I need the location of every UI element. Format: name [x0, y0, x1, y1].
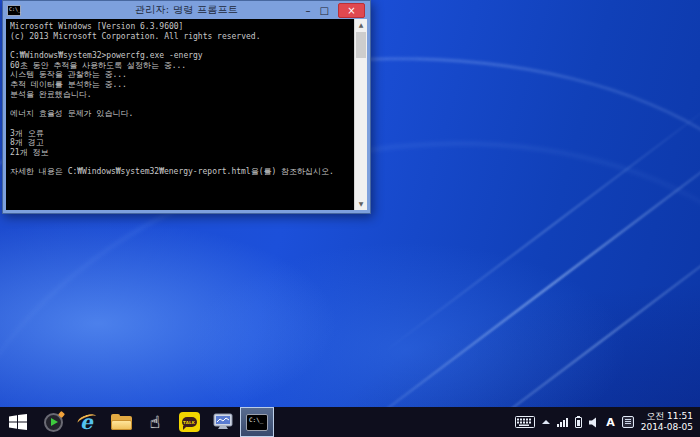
- kakaotalk-icon: TALK: [179, 412, 200, 432]
- file-explorer-icon: [111, 414, 132, 430]
- console-line: [10, 100, 351, 110]
- taskbar-item-system-monitor[interactable]: [206, 407, 240, 437]
- kakaotalk-label: TALK: [183, 420, 195, 425]
- console-line: [10, 119, 351, 129]
- cmd-titlebar[interactable]: 관리자: 명령 프롬프트 C:\_ – □ ×: [3, 1, 370, 19]
- touch-keyboard-button[interactable]: [515, 416, 535, 428]
- taskbar-item-kakaotalk[interactable]: TALK: [172, 407, 206, 437]
- network-signal-icon: [557, 418, 568, 427]
- scrollbar-thumb[interactable]: [356, 32, 366, 58]
- taskbar-item-internet-explorer[interactable]: e: [70, 407, 104, 437]
- scroll-up-icon[interactable]: ▲: [355, 19, 367, 31]
- wallpaper-streak: [382, 99, 700, 353]
- show-hidden-icons-button[interactable]: [542, 420, 550, 424]
- console-line: [10, 158, 351, 168]
- internet-explorer-icon: e: [76, 411, 98, 433]
- clock-time: 오전 11:51: [641, 411, 693, 422]
- ime-options-button[interactable]: [622, 416, 634, 428]
- ime-options-icon: [622, 416, 634, 428]
- battery-status[interactable]: [575, 417, 582, 428]
- console-line: 8개 경고: [10, 138, 351, 148]
- clock-date: 2014-08-05: [641, 422, 693, 433]
- wallpaper-streak: [408, 196, 700, 437]
- windows-logo-icon: [9, 414, 27, 430]
- system-monitor-icon: [213, 413, 233, 431]
- ime-language-indicator[interactable]: A: [606, 416, 615, 429]
- keyboard-icon: [515, 416, 535, 428]
- cmd-window-icon: C:\_: [7, 5, 21, 16]
- command-prompt-icon: C:\_: [246, 414, 268, 431]
- console-line: 추적 데이터를 분석하는 중...: [10, 80, 351, 90]
- scroll-down-icon[interactable]: ▼: [355, 198, 367, 210]
- system-tray: A 오전 11:51 2014-08-05: [515, 411, 700, 433]
- wallpaper-streak: [342, 129, 700, 437]
- hand-cursor-icon: ☝: [150, 414, 160, 431]
- start-button[interactable]: [0, 407, 36, 437]
- console-line: [10, 177, 351, 187]
- console-line: 분석을 완료했습니다.: [10, 90, 351, 100]
- console-prompt-line: C:₩Windows₩system32>_: [10, 187, 351, 210]
- console-output: Microsoft Windows [Version 6.3.9600](c) …: [10, 22, 351, 210]
- vertical-scrollbar[interactable]: ▲ ▼: [354, 19, 367, 210]
- taskbar-item-hand-tool[interactable]: ☝: [138, 407, 172, 437]
- console-line: 시스템 동작을 관찰하는 중...: [10, 70, 351, 80]
- console-line: 21개 정보: [10, 148, 351, 158]
- console-line: 60초 동안 추적을 사용하도록 설정하는 중...: [10, 61, 351, 71]
- speaker-icon: [589, 417, 599, 428]
- maximize-button[interactable]: □: [320, 3, 329, 18]
- console-line: C:₩Windows₩system32>powercfg.exe -energy: [10, 51, 351, 61]
- taskbar-item-file-explorer[interactable]: [104, 407, 138, 437]
- cmd-window: 관리자: 명령 프롬프트 C:\_ – □ × Microsoft Window…: [2, 0, 371, 214]
- console-line: (c) 2013 Microsoft Corporation. All righ…: [10, 32, 351, 42]
- chevron-up-icon: [542, 420, 550, 424]
- minimize-button[interactable]: –: [306, 3, 311, 18]
- console-line: 자세한 내용은 C:₩Windows₩system32₩energy-repor…: [10, 167, 351, 177]
- console-line: Microsoft Windows [Version 6.3.9600]: [10, 22, 351, 32]
- battery-icon: [575, 417, 582, 428]
- console-line: 에너지 효율성 문제가 있습니다.: [10, 109, 351, 119]
- taskbar-item-command-prompt[interactable]: C:\_: [240, 407, 274, 437]
- volume-control[interactable]: [589, 417, 599, 428]
- window-controls: – □ ×: [306, 3, 370, 18]
- taskbar-item-screen-recorder[interactable]: [36, 407, 70, 437]
- screen-recorder-icon: [44, 413, 63, 432]
- console-area[interactable]: Microsoft Windows [Version 6.3.9600](c) …: [6, 19, 367, 210]
- taskbar: e ☝ TALK C:\_: [0, 407, 700, 437]
- console-line: [10, 41, 351, 51]
- network-status[interactable]: [557, 418, 568, 427]
- close-button[interactable]: ×: [338, 3, 365, 18]
- ime-language-label: A: [606, 416, 615, 429]
- tray-clock[interactable]: 오전 11:51 2014-08-05: [641, 411, 693, 433]
- console-line: 3개 오류: [10, 129, 351, 139]
